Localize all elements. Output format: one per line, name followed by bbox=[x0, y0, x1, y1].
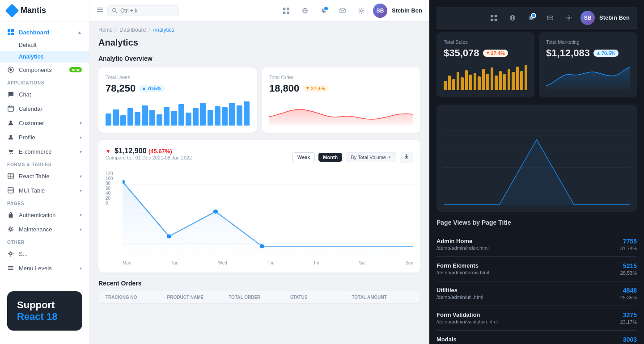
logo-icon bbox=[5, 4, 19, 17]
svg-rect-7 bbox=[12, 105, 13, 107]
sidebar-item-auth[interactable]: Authentication ▾ bbox=[0, 208, 89, 222]
income-controls: Week Month By Total Volume bbox=[292, 152, 413, 163]
svg-point-8 bbox=[9, 121, 12, 123]
orders-title: Recent Orders bbox=[98, 280, 420, 287]
col-status: Status bbox=[290, 295, 352, 300]
month-button[interactable]: Month bbox=[318, 153, 342, 162]
grid-icon[interactable] bbox=[279, 4, 293, 18]
sidebar-item-chat[interactable]: Chat bbox=[0, 87, 89, 101]
components-badge: new bbox=[69, 67, 82, 72]
settings-topbar-icon[interactable] bbox=[354, 4, 369, 18]
dark-notif-icon[interactable] bbox=[524, 11, 538, 25]
svg-rect-37 bbox=[405, 158, 409, 159]
col-total-order: Total Order bbox=[229, 295, 290, 300]
sidebar-item-dashboard[interactable]: Dashboard ▲ bbox=[0, 25, 89, 39]
app-name: Mantis bbox=[21, 6, 46, 15]
stat-value-sales-dark: $35,078 bbox=[444, 47, 479, 59]
analytic-overview-title: Analytic Overview bbox=[89, 55, 429, 67]
stat-value-marketing-dark: $1,12,083 bbox=[546, 47, 590, 59]
stat-card-users: Total Users 78,250 70.5% bbox=[98, 67, 257, 133]
mail-icon[interactable] bbox=[335, 4, 350, 18]
stat-label-sales-dark: Total Sales bbox=[444, 39, 527, 45]
mui-table-chevron: ▾ bbox=[80, 188, 82, 193]
page-views-section: Page Views by Page Title Admin Home /dem… bbox=[436, 219, 637, 344]
svg-rect-23 bbox=[8, 269, 13, 270]
dark-stat-cards: Total Sales $35,078 27.4% bbox=[436, 32, 637, 97]
support-toast[interactable]: Support React 18 bbox=[7, 291, 82, 331]
pv-item-0: Admin Home /demo/admin/index.html 7755 3… bbox=[436, 232, 637, 257]
breadcrumb-home[interactable]: Home bbox=[98, 27, 113, 33]
user-name[interactable]: Stebin Ben bbox=[392, 7, 422, 14]
dark-settings-icon[interactable] bbox=[562, 11, 576, 25]
main-wrapper: SB Stebin Ben Home / Dashboard / Analyti… bbox=[89, 0, 644, 344]
menu-toggle-icon[interactable] bbox=[97, 6, 104, 15]
auth-chevron: ▾ bbox=[80, 213, 82, 218]
language-icon[interactable] bbox=[298, 4, 312, 18]
sidebar-item-profile[interactable]: Profile ▾ bbox=[0, 130, 89, 144]
dark-mail-icon[interactable] bbox=[543, 11, 557, 25]
svg-point-10 bbox=[10, 153, 11, 154]
sidebar-item-mui-table[interactable]: MUI Table ▾ bbox=[0, 183, 89, 197]
sidebar-sub-default[interactable]: Default bbox=[0, 39, 89, 51]
maintenance-icon bbox=[7, 226, 14, 233]
settings-icon bbox=[7, 250, 14, 257]
sidebar-item-settings[interactable]: S... bbox=[0, 247, 89, 261]
search-input[interactable] bbox=[120, 8, 165, 14]
sidebar-sub-analytics[interactable]: Analytics bbox=[0, 51, 89, 63]
dark-grid-icon[interactable] bbox=[487, 11, 501, 25]
stat-label-users: Total Users bbox=[106, 75, 250, 80]
svg-rect-29 bbox=[287, 8, 289, 10]
income-amount: $1,12,900 bbox=[114, 147, 146, 155]
notifications-icon[interactable] bbox=[317, 4, 331, 18]
dashboard-icon bbox=[7, 29, 14, 36]
income-section: ▼ $1,12,900 (45.67%) Compare to : 01 Dec… bbox=[89, 140, 429, 280]
income-line-chart bbox=[123, 169, 413, 259]
dark-avatar[interactable]: SB bbox=[580, 11, 595, 25]
volume-select[interactable]: By Total Volume bbox=[346, 152, 396, 162]
dark-topbar: SB Stebin Ben bbox=[436, 7, 637, 29]
svg-rect-28 bbox=[283, 8, 285, 10]
support-line1: Support bbox=[17, 299, 72, 311]
week-button[interactable]: Week bbox=[292, 152, 315, 162]
sidebar-item-react-table[interactable]: React Table ▾ bbox=[0, 169, 89, 183]
bar-chart-sales-dark bbox=[444, 63, 527, 90]
income-pct: (45.67%) bbox=[148, 148, 172, 155]
sidebar-item-maintenance[interactable]: Maintenance ▾ bbox=[0, 222, 89, 236]
area-chart-orders bbox=[269, 99, 413, 126]
svg-rect-5 bbox=[8, 106, 13, 111]
stat-card-orders: Total Order 18,800 27.4% bbox=[262, 67, 420, 133]
svg-point-45 bbox=[213, 210, 218, 214]
pv-item-3: Form Validation /demo/admin/validation.h… bbox=[436, 306, 637, 331]
customer-chevron: ▾ bbox=[80, 121, 82, 126]
income-value: ▼ $1,12,900 (45.67%) bbox=[106, 147, 192, 155]
orders-table: Tracking No Product Name Total Order Sta… bbox=[98, 291, 420, 303]
sidebar-item-calendar[interactable]: Calendar bbox=[0, 101, 89, 116]
stat-value-orders: 18,800 bbox=[269, 83, 299, 94]
dark-lang-icon[interactable] bbox=[505, 11, 520, 25]
svg-point-9 bbox=[9, 135, 12, 137]
dark-income-chart-card bbox=[436, 105, 637, 212]
sidebar-item-components[interactable]: Components new bbox=[0, 63, 89, 77]
svg-rect-6 bbox=[9, 105, 10, 107]
dark-user-name[interactable]: Stebin Ben bbox=[599, 14, 630, 21]
svg-rect-2 bbox=[8, 33, 10, 35]
search-box[interactable] bbox=[107, 5, 179, 16]
svg-rect-12 bbox=[8, 173, 13, 179]
breadcrumb-dashboard[interactable]: Dashboard bbox=[119, 27, 146, 33]
area-chart-marketing-dark bbox=[546, 63, 630, 90]
breadcrumb-sep2: / bbox=[148, 27, 150, 33]
dark-panel: SB Stebin Ben Total Sales $35,078 27.4% bbox=[429, 0, 644, 344]
download-button[interactable] bbox=[400, 152, 413, 163]
sidebar-item-ecommerce[interactable]: E-commerce ▾ bbox=[0, 144, 89, 159]
sidebar-logo[interactable]: Mantis bbox=[0, 0, 89, 21]
stat-badge-sales-dark: 27.4% bbox=[483, 50, 508, 57]
stat-cards-row: Total Users 78,250 70.5% bbox=[89, 67, 429, 140]
light-panel: SB Stebin Ben Home / Dashboard / Analyti… bbox=[89, 0, 429, 344]
sidebar-item-customer[interactable]: Customer ▾ bbox=[0, 116, 89, 130]
customer-icon bbox=[7, 119, 14, 126]
orders-thead: Tracking No Product Name Total Order Sta… bbox=[98, 291, 420, 303]
svg-point-46 bbox=[260, 244, 264, 248]
sidebar-item-menu-levels[interactable]: Menu Levels ▾ bbox=[0, 261, 89, 275]
svg-rect-3 bbox=[11, 33, 14, 35]
avatar[interactable]: SB bbox=[373, 4, 387, 18]
